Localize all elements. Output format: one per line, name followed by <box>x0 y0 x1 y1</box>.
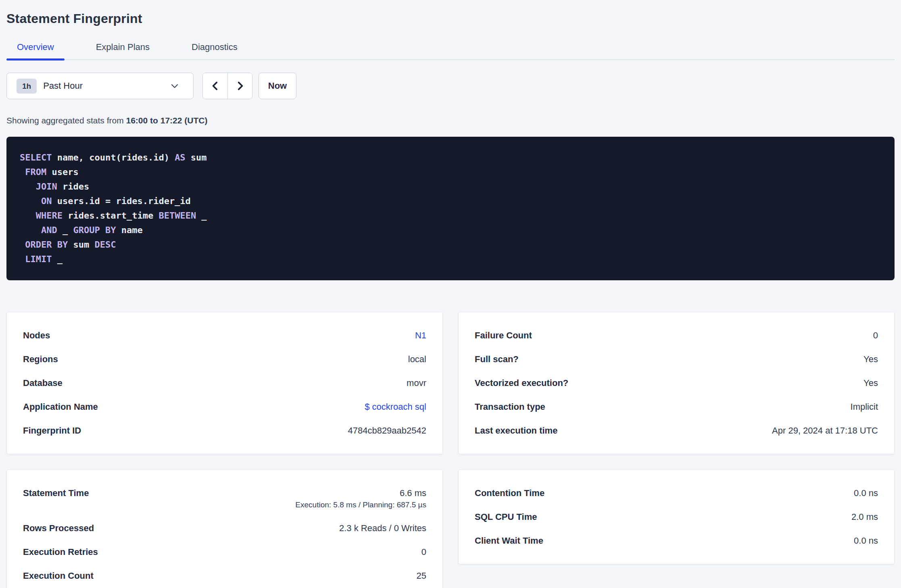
summary-label: Last execution time <box>475 425 557 436</box>
sql-line: LIMIT _ <box>20 252 881 267</box>
summary-row: Regionslocal <box>23 347 426 371</box>
sql-keyword: LIMIT <box>25 254 52 264</box>
summary-value-column: 0 <box>873 330 878 341</box>
sql-token <box>20 240 25 250</box>
summary-value-column: 2.0 ms <box>851 511 878 522</box>
summary-value-column: 0.0 ns <box>854 488 878 498</box>
summary-row: NodesN1 <box>23 323 426 347</box>
sql-token: users.id = rides.rider_id <box>52 196 190 206</box>
summary-label: Statement Time <box>23 488 89 498</box>
summary-label: Contention Time <box>475 488 544 498</box>
sql-keyword: WHERE <box>36 211 63 221</box>
timing-card-right: Contention Time0.0 nsSQL CPU Time2.0 msC… <box>458 469 895 564</box>
sql-line: ORDER BY sum DESC <box>20 238 881 252</box>
summary-value-column: 2.3 k Reads / 0 Writes <box>339 523 426 534</box>
summary-row: SQL CPU Time2.0 ms <box>475 505 878 529</box>
summary-label: Fingerprint ID <box>23 425 81 436</box>
tab-explain-plans[interactable]: Explain Plans <box>86 42 160 59</box>
time-range-select[interactable]: 1h Past Hour <box>6 73 194 99</box>
summary-value-column: 4784cb829aab2542 <box>348 425 426 436</box>
summary-row: Transaction typeImplicit <box>475 395 878 419</box>
aggregated-stats-line: Showing aggregated stats from 16:00 to 1… <box>6 115 895 126</box>
sql-line: JOIN rides <box>20 179 881 194</box>
summary-cards: NodesN1RegionslocalDatabasemovrApplicati… <box>6 312 895 588</box>
sql-token: name, count(rides.id) <box>52 152 175 163</box>
stats-time-range: 16:00 to 17:22 (UTC) <box>126 116 208 125</box>
summary-label: Failure Count <box>475 330 532 341</box>
summary-label: SQL CPU Time <box>475 511 537 522</box>
summary-value: movr <box>407 377 426 388</box>
summary-label: Full scan? <box>475 354 519 365</box>
now-button[interactable]: Now <box>259 73 296 99</box>
summary-value-link[interactable]: $ cockroach sql <box>365 401 426 412</box>
summary-label: Application Name <box>23 401 98 412</box>
sql-keyword: GROUP BY <box>73 225 116 235</box>
summary-value-column: local <box>408 354 426 365</box>
summary-value: 4784cb829aab2542 <box>348 425 426 436</box>
summary-label: Nodes <box>23 330 50 341</box>
summary-value: 2.3 k Reads / 0 Writes <box>339 523 426 534</box>
summary-label: Transaction type <box>475 401 545 412</box>
summary-subvalue: Execution: 5.8 ms / Planning: 687.5 µs <box>295 500 426 510</box>
summary-label: Client Wait Time <box>475 535 543 546</box>
summary-row: Statement Time6.6 msExecution: 5.8 ms / … <box>23 481 426 516</box>
statement-fingerprint-page: Statement Fingerprint Overview Explain P… <box>0 0 901 588</box>
summary-value: Implicit <box>851 401 878 412</box>
sql-statement-box: SELECT name, count(rides.id) AS sum FROM… <box>6 137 895 280</box>
summary-row: Databasemovr <box>23 371 426 395</box>
sql-keyword: DESC <box>94 240 116 250</box>
summary-value-column: 0.0 ns <box>854 535 878 546</box>
sql-line: AND _ GROUP BY name <box>20 223 881 238</box>
summary-row: Execution Retries0 <box>23 540 426 564</box>
summary-value: 25 <box>417 570 426 581</box>
summary-value: Yes <box>863 354 878 365</box>
sql-token: _ <box>196 211 207 221</box>
summary-label: Execution Count <box>23 570 94 581</box>
stats-prefix: Showing aggregated stats from <box>6 116 126 125</box>
tab-bar: Overview Explain Plans Diagnostics <box>6 42 895 60</box>
next-time-button[interactable] <box>227 73 252 99</box>
summary-label: Database <box>23 377 63 388</box>
sql-token: sum <box>68 240 94 250</box>
sql-token: rides.start_time <box>63 211 159 221</box>
summary-value-column: movr <box>407 377 426 388</box>
summary-label: Regions <box>23 354 58 365</box>
sql-token: sum <box>186 152 207 163</box>
sql-token <box>20 225 41 235</box>
time-range-label: Past Hour <box>43 81 170 91</box>
summary-value-column: 0 <box>421 546 426 557</box>
overview-card-left: NodesN1RegionslocalDatabasemovrApplicati… <box>6 312 443 454</box>
sql-keyword: ON <box>41 196 52 206</box>
time-toolbar: 1h Past Hour Now <box>6 73 895 99</box>
sql-token: users <box>46 167 78 177</box>
sql-line: WHERE rides.start_time BETWEEN _ <box>20 209 881 223</box>
summary-row: Application Name$ cockroach sql <box>23 395 426 419</box>
summary-value: 0 <box>421 546 426 557</box>
summary-value: 0.0 ns <box>854 535 878 546</box>
sql-keyword: SELECT <box>20 152 52 163</box>
summary-value-column: $ cockroach sql <box>365 401 426 412</box>
chevron-right-icon <box>235 81 245 91</box>
page-title: Statement Fingerprint <box>6 10 895 27</box>
summary-value-column: 25 <box>417 570 426 581</box>
summary-row: Failure Count0 <box>475 323 878 347</box>
summary-row: Contention Time0.0 ns <box>475 481 878 505</box>
summary-value: Apr 29, 2024 at 17:18 UTC <box>772 425 878 436</box>
sql-token <box>20 211 36 221</box>
sql-token: _ <box>52 254 63 264</box>
sql-token <box>20 196 41 206</box>
tab-overview[interactable]: Overview <box>6 42 65 59</box>
summary-value: 0 <box>873 330 878 341</box>
chevron-left-icon <box>210 81 221 91</box>
overview-card-right: Failure Count0Full scan?YesVectorized ex… <box>458 312 895 454</box>
tab-diagnostics[interactable]: Diagnostics <box>181 42 248 59</box>
summary-value-column: Yes <box>863 354 878 365</box>
sql-token <box>20 181 36 192</box>
summary-row: Full scan?Yes <box>475 347 878 371</box>
summary-value-link[interactable]: N1 <box>415 330 426 341</box>
summary-value: local <box>408 354 426 365</box>
summary-row: Fingerprint ID4784cb829aab2542 <box>23 419 426 442</box>
prev-time-button[interactable] <box>203 73 227 99</box>
sql-keyword: ORDER BY <box>25 240 68 250</box>
sql-token <box>20 254 25 264</box>
